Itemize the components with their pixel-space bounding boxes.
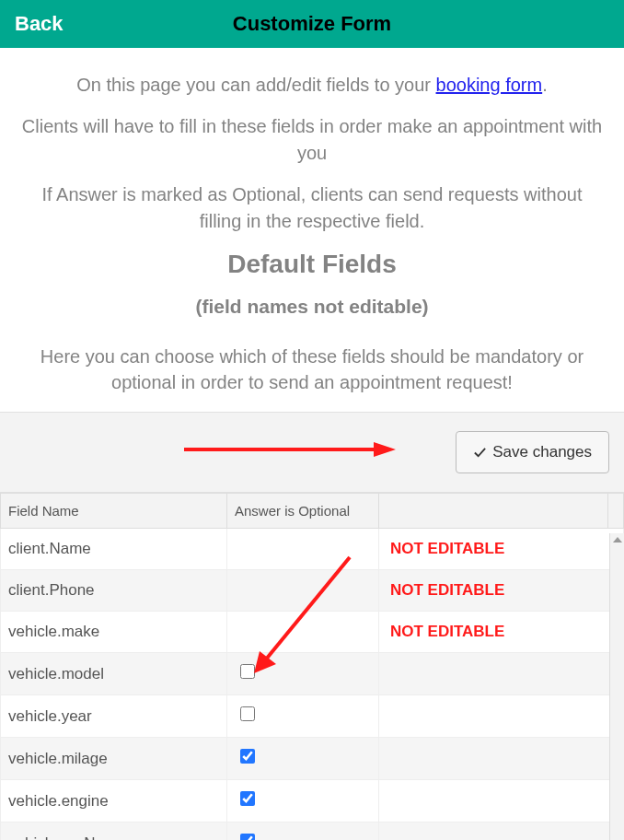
annotation-arrow-icon bbox=[184, 440, 396, 459]
cell-optional bbox=[227, 570, 379, 612]
intro-line-1: On this page you can add/edit fields to … bbox=[18, 72, 606, 99]
table-row: vehicle.year bbox=[1, 695, 624, 738]
optional-checkbox[interactable] bbox=[240, 664, 255, 679]
col-header-scroll bbox=[608, 494, 624, 529]
cell-optional bbox=[227, 612, 379, 653]
cell-optional bbox=[227, 695, 379, 738]
cell-status bbox=[379, 653, 624, 695]
cell-status bbox=[379, 738, 624, 780]
optional-checkbox[interactable] bbox=[240, 749, 255, 764]
cell-status bbox=[379, 822, 624, 841]
optional-checkbox[interactable] bbox=[240, 834, 255, 840]
cell-optional bbox=[227, 529, 379, 570]
col-header-optional[interactable]: Answer is Optional bbox=[227, 494, 379, 529]
table-row: vehicle.milage bbox=[1, 738, 624, 780]
scrollbar[interactable] bbox=[609, 533, 624, 840]
optional-checkbox[interactable] bbox=[240, 706, 255, 721]
save-button-label: Save changes bbox=[492, 443, 592, 461]
cell-optional bbox=[227, 780, 379, 822]
intro-text: On this page you can add/edit fields to … bbox=[76, 75, 435, 95]
page-title: Customize Form bbox=[0, 12, 624, 36]
svg-marker-1 bbox=[374, 442, 396, 457]
cell-status bbox=[379, 695, 624, 738]
cell-field-name: client.Name bbox=[1, 529, 227, 570]
booking-form-link[interactable]: booking form bbox=[436, 75, 543, 95]
section-subtitle: (field names not editable) bbox=[18, 296, 606, 318]
cell-optional bbox=[227, 653, 379, 695]
intro-text-post: . bbox=[542, 75, 548, 95]
col-header-status bbox=[379, 494, 608, 529]
cell-status: NOT EDITABLE bbox=[379, 570, 624, 612]
fields-table-wrap: Field Name Answer is Optional client.Nam… bbox=[0, 493, 624, 840]
cell-optional bbox=[227, 738, 379, 780]
intro-line-3: If Answer is marked as Optional, clients… bbox=[18, 181, 606, 235]
cell-field-name: vehicle.milage bbox=[1, 738, 227, 780]
cell-optional bbox=[227, 822, 379, 841]
intro-line-2: Clients will have to fill in these field… bbox=[18, 113, 606, 167]
section-title: Default Fields bbox=[18, 250, 606, 279]
top-bar: Back Customize Form bbox=[0, 0, 624, 48]
intro-block: On this page you can add/edit fields to … bbox=[0, 48, 624, 327]
table-row: client.NameNOT EDITABLE bbox=[1, 529, 624, 570]
save-changes-button[interactable]: Save changes bbox=[456, 431, 609, 473]
table-row: client.PhoneNOT EDITABLE bbox=[1, 570, 624, 612]
cell-field-name: vehicle.engine bbox=[1, 780, 227, 822]
cell-status: NOT EDITABLE bbox=[379, 529, 624, 570]
cell-field-name: vehicle.make bbox=[1, 612, 227, 653]
table-row: vehicle.model bbox=[1, 653, 624, 695]
fields-table: Field Name Answer is Optional client.Nam… bbox=[0, 493, 624, 840]
back-button[interactable]: Back bbox=[0, 12, 64, 36]
table-row: vehicle.engine bbox=[1, 780, 624, 822]
check-icon bbox=[473, 446, 487, 460]
table-row: vehicle.makeNOT EDITABLE bbox=[1, 612, 624, 653]
cell-field-name: vehicle.regNum bbox=[1, 822, 227, 841]
optional-checkbox[interactable] bbox=[240, 791, 255, 806]
cell-status bbox=[379, 780, 624, 822]
table-header-row: Field Name Answer is Optional bbox=[1, 494, 624, 529]
col-header-field-name[interactable]: Field Name bbox=[1, 494, 227, 529]
section-description: Here you can choose which of these field… bbox=[0, 327, 624, 412]
cell-field-name: client.Phone bbox=[1, 570, 227, 612]
cell-field-name: vehicle.year bbox=[1, 695, 227, 738]
table-row: vehicle.regNum bbox=[1, 822, 624, 841]
cell-status: NOT EDITABLE bbox=[379, 612, 624, 653]
cell-field-name: vehicle.model bbox=[1, 653, 227, 695]
toolbar: Save changes bbox=[0, 412, 624, 493]
